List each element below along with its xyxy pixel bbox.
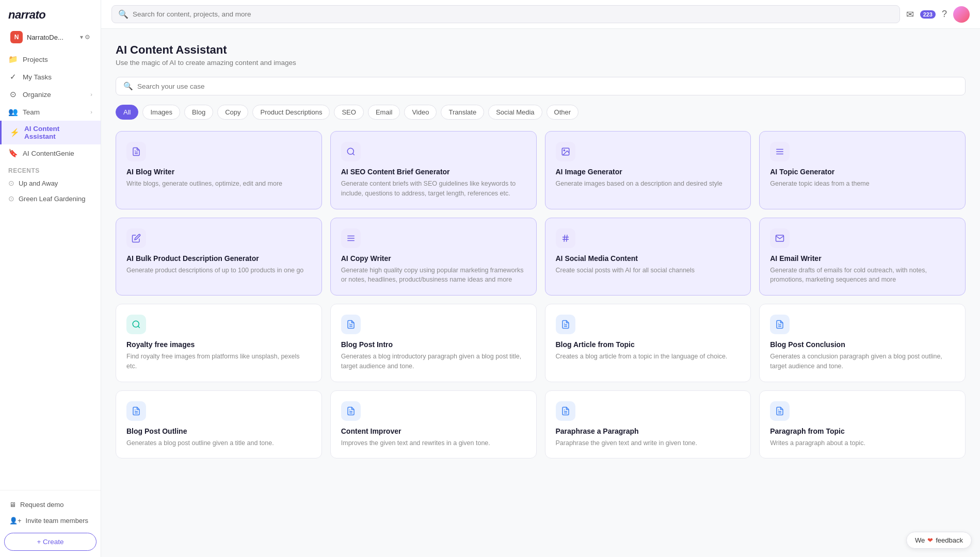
svg-point-16 (133, 321, 139, 327)
card-desc: Generate high quality copy using popular… (341, 266, 526, 285)
svg-point-2 (347, 148, 354, 154)
card-desc: Generate topic ideas from a theme (770, 179, 955, 189)
use-case-search[interactable]: 🔍 (116, 77, 966, 95)
card-desc: Generate images based on a description a… (556, 179, 741, 189)
filter-tabs: AllImagesBlogCopyProduct DescriptionsSEO… (116, 105, 966, 120)
filter-tab-translate[interactable]: Translate (441, 105, 484, 120)
feedback-button[interactable]: We ❤ feedback (906, 532, 972, 549)
card-paragraph-from-topic[interactable]: Paragraph from Topic Writes a paragraph … (759, 390, 966, 459)
sidebar-bottom: 🖥 Request demo 👤+ Invite team members + … (0, 490, 101, 557)
card-title: AI Blog Writer (126, 168, 311, 176)
card-title: Blog Post Outline (126, 427, 311, 435)
sidebar-item-projects[interactable]: 📁 Projects (0, 51, 101, 68)
card-blog-post-conclusion[interactable]: Blog Post Conclusion Generates a conclus… (759, 304, 966, 382)
heart-icon: ❤ (927, 536, 933, 544)
card-royalty-free-images[interactable]: Royalty free images Find royalty free im… (116, 304, 322, 382)
card-icon (126, 315, 146, 334)
card-title: Content Improver (341, 427, 526, 435)
card-icon (770, 142, 790, 161)
card-icon (556, 315, 575, 334)
card-desc: Generates a blog post outline given a ti… (126, 438, 311, 448)
help-icon[interactable]: ? (942, 9, 947, 20)
card-desc: Find royalty free images from platforms … (126, 352, 311, 371)
workspace-avatar: N (10, 31, 23, 43)
card-icon (126, 228, 146, 248)
filter-tab-product-descriptions[interactable]: Product Descriptions (252, 105, 330, 120)
organize-icon: ⊙ (8, 90, 18, 99)
add-user-icon: 👤+ (9, 517, 22, 525)
card-desc: Creates a blog article from a topic in t… (556, 352, 741, 362)
card-desc: Writes a paragraph about a topic. (770, 438, 955, 448)
card-ai-bulk-product[interactable]: AI Bulk Product Description Generator Ge… (116, 218, 322, 296)
feedback-suffix: feedback (936, 536, 963, 544)
main-area: 🔍 ✉ 223 ? AI Content Assistant Use the m… (101, 0, 980, 557)
card-ai-image-generator[interactable]: AI Image Generator Generate images based… (545, 131, 751, 209)
topbar: 🔍 ✉ 223 ? (101, 0, 980, 29)
filter-tab-blog[interactable]: Blog (184, 105, 213, 120)
card-title: Blog Post Conclusion (770, 340, 955, 349)
card-ai-seo-brief[interactable]: AI SEO Content Brief Generator Generate … (330, 131, 537, 209)
user-avatar[interactable] (953, 6, 970, 23)
mail-icon[interactable]: ✉ (906, 9, 914, 20)
recent-item-label: Green Leaf Gardening (19, 195, 85, 203)
card-ai-social-media[interactable]: AI Social Media Content Create social po… (545, 218, 751, 296)
svg-line-14 (564, 235, 565, 242)
card-icon (341, 315, 361, 334)
svg-point-5 (564, 150, 565, 151)
workspace-name: NarratoDe... (27, 34, 76, 41)
card-ai-blog-writer[interactable]: AI Blog Writer Write blogs, generate out… (116, 131, 322, 209)
sidebar-item-label: Team (23, 108, 40, 116)
card-title: AI Social Media Content (556, 254, 741, 263)
filter-tab-social-media[interactable]: Social Media (488, 105, 542, 120)
global-search-input[interactable] (133, 10, 893, 18)
card-ai-copy-writer[interactable]: AI Copy Writer Generate high quality cop… (330, 218, 537, 296)
card-title: Royalty free images (126, 340, 311, 349)
card-title: Paragraph from Topic (770, 427, 955, 435)
svg-line-15 (566, 235, 567, 242)
doc-icon: ⊙ (8, 179, 14, 187)
team-icon: 👥 (8, 107, 18, 117)
create-button[interactable]: + Create (4, 533, 97, 551)
request-demo-button[interactable]: 🖥 Request demo (4, 497, 97, 513)
sidebar: narrato N NarratoDe... ▾ ⚙ 📁 Projects ✓ … (0, 0, 101, 557)
filter-tab-images[interactable]: Images (142, 105, 180, 120)
card-blog-post-outline[interactable]: Blog Post Outline Generates a blog post … (116, 390, 322, 459)
recents-section-label: Recents (0, 162, 101, 175)
page-subtitle: Use the magic of AI to create amazing co… (116, 59, 966, 67)
sidebar-item-organize[interactable]: ⊙ Organize › (0, 86, 101, 103)
sidebar-item-my-tasks[interactable]: ✓ My Tasks (0, 68, 101, 86)
card-icon (556, 142, 575, 161)
projects-icon: 📁 (8, 55, 18, 64)
filter-tab-copy[interactable]: Copy (217, 105, 248, 120)
filter-tab-other[interactable]: Other (547, 105, 579, 120)
card-icon (770, 228, 790, 248)
sidebar-item-ai-content-assistant[interactable]: ⚡ AI Content Assistant (0, 121, 101, 144)
card-blog-article-topic[interactable]: Blog Article from Topic Creates a blog a… (545, 304, 751, 382)
workspace-actions: ▾ ⚙ (80, 34, 90, 41)
search-icon: 🔍 (123, 81, 133, 91)
card-blog-post-intro[interactable]: Blog Post Intro Generates a blog introdu… (330, 304, 537, 382)
filter-tab-seo[interactable]: SEO (334, 105, 363, 120)
filter-tab-all[interactable]: All (116, 105, 138, 120)
recent-item-green-leaf[interactable]: ⊙ Green Leaf Gardening (0, 191, 101, 206)
invite-team-button[interactable]: 👤+ Invite team members (4, 513, 97, 529)
svg-line-3 (352, 153, 354, 155)
use-case-search-input[interactable] (137, 83, 958, 90)
workspace-selector[interactable]: N NarratoDe... ▾ ⚙ (4, 28, 97, 46)
sidebar-item-ai-content-genie[interactable]: 🔖 AI ContentGenie (0, 144, 101, 162)
filter-tab-email[interactable]: Email (368, 105, 400, 120)
recent-item-up-and-away[interactable]: ⊙ Up and Away (0, 175, 101, 191)
card-content-improver[interactable]: Content Improver Improves the given text… (330, 390, 537, 459)
sidebar-item-team[interactable]: 👥 Team › (0, 103, 101, 121)
tasks-icon: ✓ (8, 72, 18, 81)
card-icon (341, 401, 361, 421)
filter-tab-video[interactable]: Video (404, 105, 437, 120)
invite-team-label: Invite team members (26, 517, 88, 525)
notification-badge[interactable]: 223 (920, 10, 936, 19)
card-ai-topic-generator[interactable]: AI Topic Generator Generate topic ideas … (759, 131, 966, 209)
app-logo: narrato (8, 8, 45, 22)
card-paraphrase-paragraph[interactable]: Paraphrase a Paragraph Paraphrase the gi… (545, 390, 751, 459)
global-search[interactable]: 🔍 (111, 5, 900, 23)
card-ai-email-writer[interactable]: AI Email Writer Generate drafts of email… (759, 218, 966, 296)
svg-line-17 (138, 326, 139, 327)
